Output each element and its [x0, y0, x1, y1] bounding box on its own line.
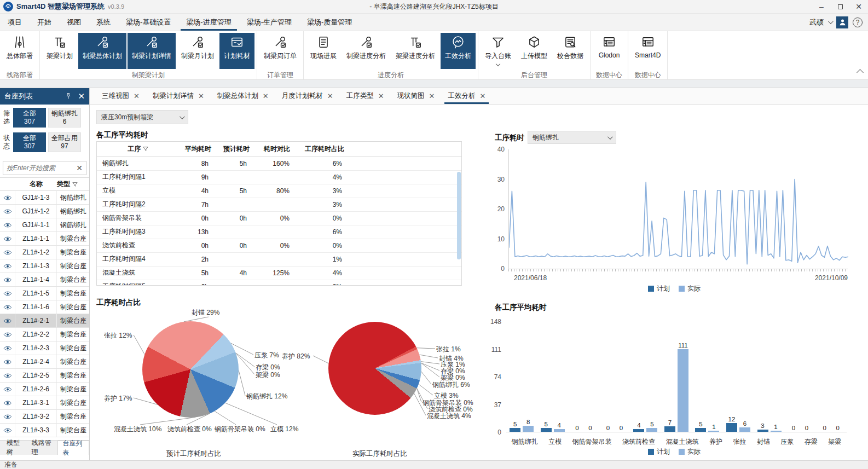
list-item[interactable]: GJ1#-1-3钢筋绑扎 [0, 191, 89, 205]
list-item[interactable]: ZL1#-2-6制梁台座 [0, 383, 89, 396]
beam-type-dropdown[interactable]: 液压30m预制箱梁 [96, 110, 188, 124]
close-tab-icon[interactable]: ✕ [429, 92, 435, 100]
document-tab[interactable]: 月度计划耗材✕ [275, 88, 340, 104]
search-input[interactable] [7, 164, 76, 172]
filter-button[interactable]: 全部307 [13, 132, 46, 152]
table-row[interactable]: 工序耗时间隔19h4% [97, 170, 461, 184]
menu-item[interactable]: 项目 [0, 14, 30, 31]
bar[interactable] [739, 427, 750, 432]
clear-search-icon[interactable]: ✕ [76, 164, 83, 172]
table-header-cell[interactable]: 平均耗时 [179, 142, 217, 157]
pie-actual[interactable] [328, 322, 421, 415]
ribbon-button[interactable]: 架梁计划 [42, 33, 77, 69]
eye-icon[interactable] [3, 195, 12, 201]
table-row[interactable]: 立模4h5h80%3% [97, 184, 461, 198]
table-row[interactable]: 混凝土浇筑5h4h125%4% [97, 266, 461, 280]
eye-icon[interactable] [3, 414, 12, 420]
bar[interactable] [523, 426, 534, 432]
bar[interactable] [554, 429, 565, 432]
eye-icon[interactable] [3, 345, 12, 351]
close-tab-icon[interactable]: ✕ [263, 92, 269, 100]
eye-icon[interactable] [3, 263, 12, 269]
column-name[interactable]: 名称 [15, 180, 57, 189]
filter-button[interactable]: 全部307 [13, 108, 46, 128]
table-row[interactable]: 工序耗时间隔50h0% [97, 280, 461, 286]
eye-icon[interactable] [3, 427, 12, 433]
ribbon-button[interactable]: Glodon [593, 33, 625, 69]
close-tab-icon[interactable]: ✕ [198, 92, 204, 100]
document-tab[interactable]: 三维视图✕ [95, 88, 146, 104]
eye-icon[interactable] [3, 236, 12, 242]
sidebar-tab[interactable]: 模型树 [2, 441, 27, 455]
ribbon-button[interactable]: Smart4D [630, 33, 665, 69]
list-item[interactable]: ZL1#-2-2制梁台座 [0, 328, 89, 341]
table-header-cell[interactable]: 工序耗时占比 [298, 142, 351, 157]
bar[interactable] [664, 426, 675, 432]
menu-item[interactable]: 梁场-进度管理 [178, 14, 239, 31]
ribbon-button[interactable]: 导入台账 [481, 33, 516, 69]
ribbon-button[interactable]: 制梁月计划 [177, 33, 218, 69]
eye-icon[interactable] [3, 291, 12, 297]
filter-icon[interactable] [72, 182, 78, 187]
ribbon-button[interactable]: 校合数据 [553, 33, 588, 69]
table-row[interactable]: 钢筋绑扎8h5h160%6% [97, 157, 461, 170]
ribbon-button[interactable]: 总体部署 [2, 33, 37, 69]
process-dropdown[interactable]: 钢筋绑扎 [528, 131, 616, 144]
list-item[interactable]: ZL1#-1-5制梁台座 [0, 287, 89, 300]
collapse-ribbon-icon[interactable] [857, 69, 864, 76]
list-item[interactable]: ZL1#-3-1制梁台座 [0, 396, 89, 410]
help-icon[interactable]: ? [853, 18, 863, 27]
table-row[interactable]: 钢筋骨架吊装0h0h0%0% [97, 211, 461, 225]
list-item[interactable]: ZL1#-1-2制梁台座 [0, 246, 89, 259]
list-item[interactable]: ZL1#-1-1制梁台座 [0, 232, 89, 246]
legend-item[interactable]: 实际 [679, 284, 701, 293]
document-tab[interactable]: 工效分析✕ [441, 88, 492, 104]
close-tab-icon[interactable]: ✕ [134, 92, 140, 100]
ribbon-button[interactable]: 工效分析 [441, 33, 476, 69]
list-item[interactable]: ZL1#-2-1制梁台座 [0, 314, 89, 328]
menu-item[interactable]: 梁场-生产管理 [239, 14, 299, 31]
bar[interactable] [678, 349, 688, 432]
ribbon-button[interactable]: 上传模型 [517, 33, 552, 69]
close-panel-icon[interactable]: ✕ [78, 91, 85, 101]
ribbon-button[interactable]: 制梁周订单 [259, 33, 301, 69]
table-header-cell[interactable]: 耗时对比 [256, 142, 298, 157]
legend-item[interactable]: 计划 [648, 447, 670, 456]
sidebar-tab[interactable]: 线路管理 [27, 441, 58, 455]
document-tab[interactable]: 现状简图✕ [391, 88, 442, 104]
close-tab-icon[interactable]: ✕ [327, 92, 333, 100]
ribbon-button[interactable]: 架梁进度分析 [391, 33, 439, 69]
maximize-button[interactable] [831, 0, 849, 13]
list-item[interactable]: ZL1#-2-5制梁台座 [0, 369, 89, 383]
document-tab[interactable]: 工序类型✕ [340, 88, 391, 104]
ribbon-button[interactable]: 制梁总体计划 [78, 33, 126, 69]
bar[interactable] [757, 430, 768, 432]
eye-icon[interactable] [3, 277, 12, 283]
list-item[interactable]: ZL1#-1-3制梁台座 [0, 259, 89, 273]
avatar[interactable] [836, 16, 848, 28]
eye-icon[interactable] [3, 318, 12, 324]
table-scrollbar[interactable] [457, 172, 461, 259]
list-item[interactable]: ZL1#-1-6制梁台座 [0, 300, 89, 314]
eye-icon[interactable] [3, 386, 12, 392]
ribbon-button[interactable]: 计划耗材 [219, 33, 254, 69]
bar[interactable] [633, 429, 644, 432]
menu-item[interactable]: 系统 [89, 14, 118, 31]
close-tab-icon[interactable]: ✕ [378, 92, 384, 100]
eye-icon[interactable] [3, 373, 12, 379]
eye-icon[interactable] [3, 304, 12, 310]
bar[interactable] [541, 428, 552, 432]
menu-item[interactable]: 梁场-基础设置 [118, 14, 178, 31]
list-item[interactable]: ZL1#-2-4制梁台座 [0, 355, 89, 369]
table-row[interactable]: 工序耗时间隔42h1% [97, 252, 461, 266]
chevron-down-icon[interactable] [828, 19, 834, 24]
current-user[interactable]: 武硕 [809, 18, 824, 27]
filter-icon[interactable] [143, 146, 148, 152]
menu-item[interactable]: 梁场-质量管理 [299, 14, 360, 31]
bar[interactable] [695, 428, 706, 432]
bar[interactable] [771, 431, 782, 432]
bar[interactable] [646, 428, 657, 432]
bar[interactable] [708, 431, 719, 432]
list-item[interactable]: ZL1#-3-2制梁台座 [0, 410, 89, 424]
legend-item[interactable]: 计划 [648, 284, 670, 293]
